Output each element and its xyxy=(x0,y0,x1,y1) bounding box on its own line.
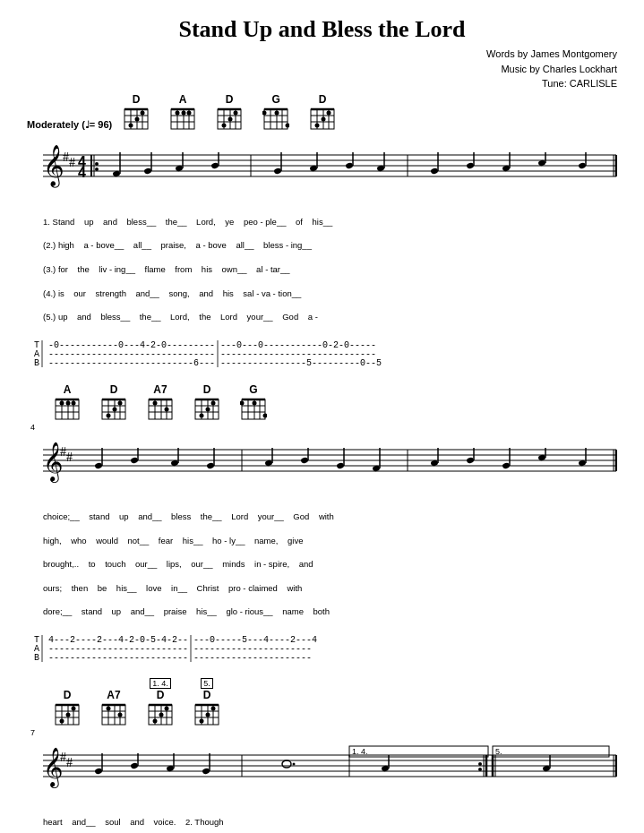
chord-A7-2: A7 xyxy=(100,689,127,726)
svg-text:#: # xyxy=(60,445,66,459)
chord-G-2: G xyxy=(240,383,267,421)
svg-point-250 xyxy=(202,768,210,775)
staff-row-1: Moderately (♩= 96) D xyxy=(27,93,617,376)
svg-point-230 xyxy=(206,713,210,717)
music-content: Moderately (♩= 96) D xyxy=(27,93,617,834)
chord-D-ending5: 5. D xyxy=(193,678,220,726)
svg-text:#: # xyxy=(69,156,75,169)
chord-D-4: D xyxy=(100,383,127,421)
chord-A-2: A xyxy=(54,383,81,421)
svg-point-202 xyxy=(72,707,76,711)
svg-point-62 xyxy=(95,162,99,166)
music-credit: Music by Charles Lockhart xyxy=(27,62,617,77)
svg-text:𝄞: 𝄞 xyxy=(43,145,64,188)
svg-point-118 xyxy=(113,407,117,411)
staff-svg-1: 𝄞 # # 4 4 xyxy=(27,133,617,204)
svg-text:#: # xyxy=(60,751,66,764)
svg-text:B|: B| xyxy=(34,653,45,663)
chord-diagrams-row2: A D xyxy=(27,383,617,421)
svg-point-211 xyxy=(118,713,123,717)
svg-point-221 xyxy=(165,707,169,711)
chord-D-1: D xyxy=(123,93,150,131)
chord-A-1: A xyxy=(169,93,196,131)
svg-point-119 xyxy=(118,400,123,405)
svg-point-107 xyxy=(60,400,64,405)
svg-text:B|: B| xyxy=(34,358,45,368)
svg-point-48 xyxy=(322,116,326,121)
tab-svg-2: T| A| B| 4---2----2---4-2-0-5-4-2--|---0… xyxy=(34,633,624,667)
svg-point-138 xyxy=(211,400,216,405)
chord-diagram-D2 xyxy=(216,106,243,131)
svg-point-90 xyxy=(578,162,586,169)
credits: Words by James Montgomery Music by Charl… xyxy=(27,47,617,91)
words-credit: Words by James Montgomery xyxy=(27,47,617,62)
svg-point-7 xyxy=(129,123,133,127)
svg-point-179 xyxy=(502,462,510,469)
tempo-label: Moderately (♩= 96) xyxy=(27,119,112,131)
svg-text:#: # xyxy=(63,150,69,164)
svg-point-261 xyxy=(478,768,482,771)
tab-row-2: T| A| B| 4---2----2---4-2-0-5-4-2--|---0… xyxy=(27,633,617,671)
svg-point-136 xyxy=(200,413,204,417)
page: Stand Up and Bless the Lord Words by Jam… xyxy=(0,0,644,833)
svg-point-19 xyxy=(187,110,192,115)
svg-point-73 xyxy=(273,167,281,175)
staff-row-3: D A7 xyxy=(27,678,617,833)
svg-text:4: 4 xyxy=(78,165,86,180)
svg-point-49 xyxy=(327,110,331,115)
svg-point-84 xyxy=(466,162,474,169)
svg-point-37 xyxy=(262,110,267,115)
svg-point-18 xyxy=(182,110,186,115)
svg-point-229 xyxy=(200,719,204,724)
chord-diagram-D xyxy=(123,106,150,131)
svg-point-148 xyxy=(263,413,268,417)
svg-point-168 xyxy=(300,457,308,464)
svg-point-8 xyxy=(135,116,140,121)
svg-text:1. 4.: 1. 4. xyxy=(352,747,368,756)
svg-point-159 xyxy=(130,457,138,464)
row-number-3: 7 xyxy=(27,728,617,737)
chord-D-3: D xyxy=(309,93,336,131)
svg-point-157 xyxy=(94,462,102,469)
song-title: Stand Up and Bless the Lord xyxy=(27,16,617,43)
svg-point-39 xyxy=(286,123,290,127)
svg-text:#: # xyxy=(66,756,73,769)
svg-point-147 xyxy=(253,400,257,405)
svg-point-27 xyxy=(222,123,227,127)
chord-A7-1: A7 xyxy=(147,383,174,421)
svg-point-201 xyxy=(66,713,71,717)
svg-point-146 xyxy=(240,400,245,405)
svg-text:#: # xyxy=(66,451,73,464)
svg-text:--------------------------|---: --------------------------|-------------… xyxy=(48,653,312,663)
svg-point-260 xyxy=(478,762,482,766)
svg-point-28 xyxy=(228,116,233,121)
svg-point-70 xyxy=(210,162,219,169)
chord-D-5: D xyxy=(193,383,220,421)
chord-D-ending14: 1. 4. D xyxy=(147,678,174,726)
svg-point-253 xyxy=(282,760,291,768)
svg-point-231 xyxy=(211,707,216,711)
chord-D-2: D xyxy=(216,93,243,131)
tab-svg-1: T| A| B| -0-----------0---4-2-0---------… xyxy=(34,339,624,373)
svg-text:5.: 5. xyxy=(495,747,502,756)
svg-point-200 xyxy=(60,719,64,724)
tab-row-1: T| A| B| -0-----------0---4-2-0---------… xyxy=(27,339,617,376)
svg-point-219 xyxy=(153,719,158,724)
staff-svg-3: 𝄞 # # 1. 4. 5. xyxy=(27,737,617,804)
chord-diagram-G xyxy=(262,106,289,131)
chord-G-1: G xyxy=(262,93,289,131)
svg-point-170 xyxy=(336,462,344,469)
svg-point-177 xyxy=(466,457,474,464)
svg-point-9 xyxy=(141,110,145,115)
svg-point-128 xyxy=(165,407,169,411)
svg-point-163 xyxy=(206,462,214,469)
chord-diagrams-row3: D A7 xyxy=(27,678,617,726)
svg-point-77 xyxy=(345,162,353,169)
svg-point-117 xyxy=(107,413,111,417)
tune-credit: Tune: CARLISLE xyxy=(27,76,617,91)
lyrics-row-3: heart and__ soul and voice. 2. Though th… xyxy=(27,804,617,833)
svg-point-63 xyxy=(95,167,99,171)
row-number-2: 4 xyxy=(27,423,617,432)
staff-svg-2: 𝄞 # # xyxy=(27,432,617,499)
chord-diagrams-row1: D xyxy=(123,93,336,131)
